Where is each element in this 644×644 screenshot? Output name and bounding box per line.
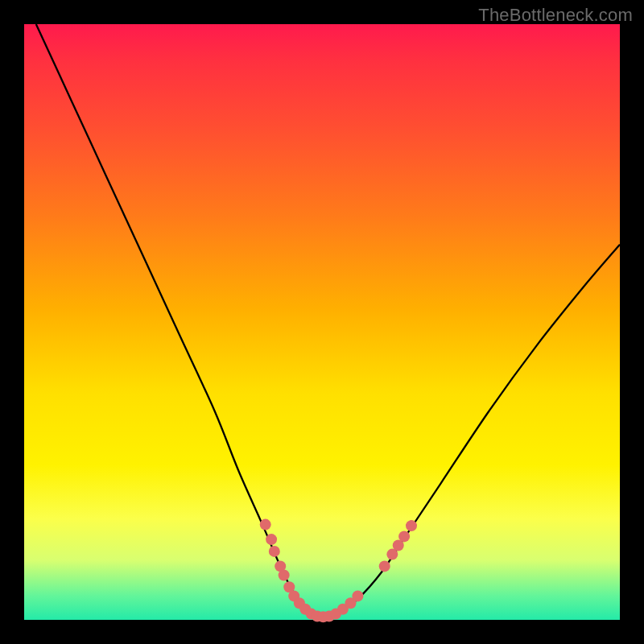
bottleneck-curve (36, 24, 620, 617)
curve-layer (36, 24, 620, 617)
data-marker (352, 590, 363, 601)
data-marker (260, 519, 271, 530)
chart-svg (24, 24, 620, 620)
watermark-text: TheBottleneck.com (478, 5, 633, 26)
data-marker (398, 530, 410, 542)
plot-area (24, 24, 620, 620)
data-marker (379, 560, 390, 572)
data-marker (279, 570, 290, 581)
marker-layer (260, 519, 417, 623)
data-marker (269, 546, 280, 557)
data-marker (406, 520, 417, 531)
data-marker (266, 534, 277, 545)
chart-container: TheBottleneck.com (0, 0, 644, 644)
